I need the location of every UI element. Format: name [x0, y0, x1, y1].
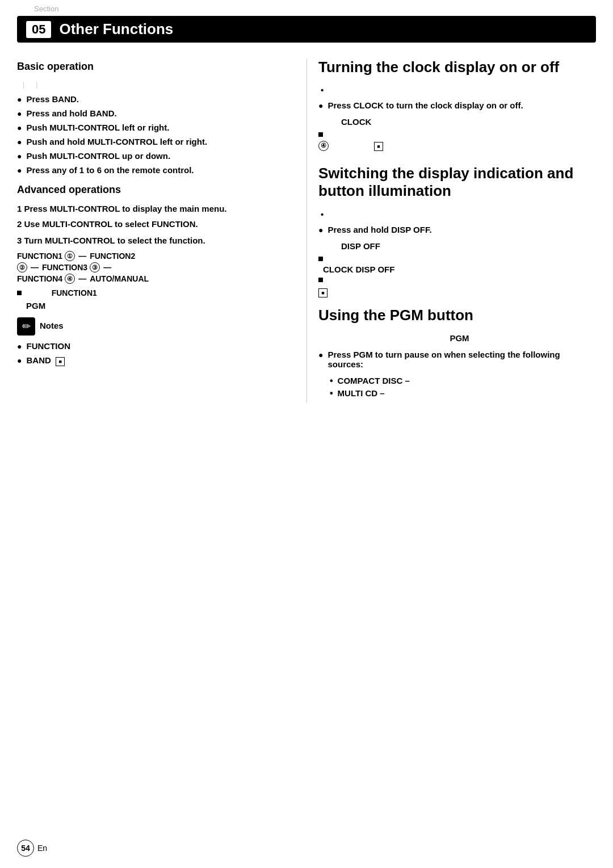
notes-item-2: BAND ■	[17, 355, 289, 366]
circle-4: ④	[65, 274, 75, 284]
left-column: Basic operation || Press BAND. Press and…	[17, 58, 306, 403]
clock-label: CLOCK	[318, 117, 596, 127]
pgm-button-heading: Using the PGM button	[318, 307, 596, 324]
clock-bullets: Press CLOCK to turn the clock display on…	[318, 100, 596, 110]
list-item: Push MULTI-CONTROL up or down.	[17, 151, 289, 161]
square-bullet-2-icon	[318, 132, 323, 137]
notes-item-1: FUNCTION	[17, 341, 289, 351]
basic-operation-bullets: Press BAND. Press and hold BAND. Push MU…	[17, 94, 289, 175]
list-item: Press and hold BAND.	[17, 108, 289, 118]
language-label: En	[37, 844, 47, 853]
function4-label: FUNCTION4	[17, 274, 62, 283]
notes-bullets: FUNCTION BAND ■	[17, 341, 289, 366]
advanced-operations-section: Advanced operations 1 Press MULTI-CONTRO…	[17, 184, 289, 311]
square-bullet-3-icon	[318, 257, 323, 261]
square-bullet-icon	[17, 291, 22, 295]
switch-placeholder: •	[318, 209, 596, 219]
clock-display-section: Turning the clock display on or off • Pr…	[318, 58, 596, 151]
circle-3: ③	[90, 262, 100, 272]
switching-display-section: Switching the display indication and but…	[318, 165, 596, 297]
function1-label: FUNCTION1	[17, 251, 62, 261]
square-icon-2: ■	[374, 142, 383, 151]
list-item: Push MULTI-CONTROL left or right.	[17, 123, 289, 132]
function2-label: FUNCTION2	[90, 251, 135, 261]
step-1: 1 Press MULTI-CONTROL to display the mai…	[17, 204, 289, 213]
content-columns: Basic operation || Press BAND. Press and…	[17, 58, 596, 403]
advanced-operations-heading: Advanced operations	[17, 184, 289, 196]
step-2: 2 Use MULTI-CONTROL to select FUNCTION.	[17, 219, 289, 229]
list-item: Press BAND.	[17, 94, 289, 104]
step3-note: FUNCTION1	[17, 288, 289, 297]
pgm-button-section: Using the PGM button PGM Press PGM to tu…	[318, 307, 596, 399]
sq-icon-clock: ■	[374, 140, 383, 151]
square-bullet-4-icon	[318, 278, 323, 282]
section-label: Section	[34, 5, 58, 13]
dash-4: —	[78, 274, 86, 283]
circle-1: ①	[65, 251, 75, 261]
pgm-sources: COMPACT DISC – MULTI CD –	[318, 376, 596, 399]
section-number: 05	[26, 21, 51, 38]
circle-2: ②	[17, 262, 27, 272]
clock-placeholder: •	[318, 85, 596, 95]
square-icon-3: ■	[318, 288, 328, 297]
function-row-3: FUNCTION4 ④ — AUTO/MANUAL	[17, 274, 289, 284]
clock-instruction: Press CLOCK to turn the clock display on…	[318, 100, 596, 110]
clock-disp-off-label: CLOCK DISP OFF	[318, 265, 596, 274]
pgm-instruction: Press PGM to turn pause on when selectin…	[318, 350, 596, 369]
switching-bullets: Press and hold DISP OFF.	[318, 225, 596, 234]
notes-label: Notes	[40, 317, 64, 330]
source-compact-disc: COMPACT DISC –	[330, 376, 596, 386]
list-item: Push and hold MULTI-CONTROL left or righ…	[17, 137, 289, 146]
section-header: 05 Other Functions	[17, 16, 596, 43]
circle4-row: ④ ■	[318, 140, 596, 151]
pgm-main-label: PGM	[318, 333, 596, 343]
auto-manual-label: AUTO/MANUAL	[90, 274, 149, 283]
function3-label: FUNCTION3	[42, 263, 87, 272]
pencil-icon: ✏	[22, 320, 31, 333]
list-item: Press any of 1 to 6 on the remote contro…	[17, 165, 289, 175]
basic-operation-section: Basic operation || Press BAND. Press and…	[17, 61, 289, 175]
dash-1: —	[78, 251, 86, 261]
page-footer: 54 En	[17, 840, 47, 857]
sq-bullet-3	[318, 257, 596, 261]
step3-note-text: FUNCTION1	[25, 288, 97, 297]
circle-4-clock: ④	[318, 141, 329, 151]
notes-text-2: BAND ■	[26, 355, 65, 366]
source-multi-cd: MULTI CD –	[330, 388, 596, 399]
step-3: 3 Turn MULTI-CONTROL to select the funct…	[17, 236, 289, 245]
pgm-bullets: Press PGM to turn pause on when selectin…	[318, 350, 596, 369]
dash-2: —	[31, 263, 39, 272]
page-number: 54	[17, 840, 34, 857]
section-title: Other Functions	[59, 20, 173, 38]
switch-instruction: Press and hold DISP OFF.	[318, 225, 596, 234]
square-icon: ■	[56, 357, 65, 366]
right-column: Turning the clock display on or off • Pr…	[306, 58, 596, 403]
clock-sq-bullet	[318, 132, 596, 137]
switching-display-heading: Switching the display indication and but…	[318, 165, 596, 200]
sq-bullet-4	[318, 278, 596, 282]
notes-text-1: FUNCTION	[26, 341, 70, 351]
function-row-1: FUNCTION1 ① — FUNCTION2	[17, 251, 289, 261]
disp-off-label: DISP OFF	[318, 241, 596, 251]
sq-icon-disp: ■	[318, 287, 596, 297]
notes-icon: ✏	[17, 317, 35, 336]
clock-display-heading: Turning the clock display on or off	[318, 58, 596, 76]
dash-3: —	[103, 263, 111, 272]
function-row-2: ② — FUNCTION3 ③ —	[17, 262, 289, 272]
notes-section: ✏ Notes	[17, 317, 289, 336]
pgm-label: PGM	[17, 301, 289, 311]
function-grid: FUNCTION1 ① — FUNCTION2 ② — FUNCTION3 ③ …	[17, 251, 289, 284]
basic-operation-heading: Basic operation	[17, 61, 289, 73]
